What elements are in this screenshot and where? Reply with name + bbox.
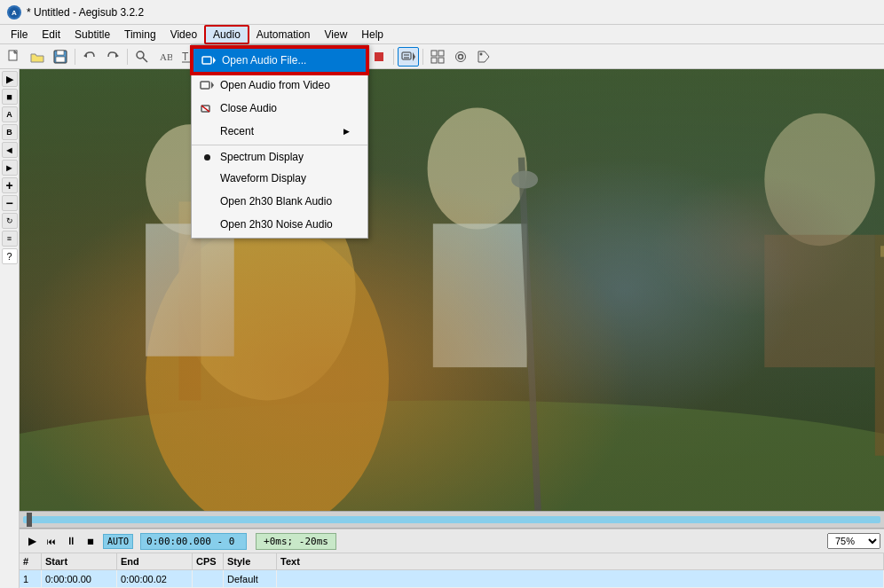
recent-label: Recent (220, 125, 254, 137)
audio-timeline[interactable] (20, 511, 884, 529)
menu-file[interactable]: File (4, 27, 35, 43)
svg-rect-35 (375, 52, 383, 61)
stop-btn[interactable] (368, 47, 390, 67)
menu-video[interactable]: Video (163, 27, 204, 43)
cell-cps (193, 570, 224, 587)
save-btn[interactable] (50, 47, 71, 67)
menu-edit[interactable]: Edit (35, 27, 67, 43)
stop-button[interactable]: ⏹ (82, 532, 99, 550)
open-blank-label: Open 2h30 Blank Audio (220, 195, 350, 208)
sep4 (393, 49, 394, 65)
menu-timing[interactable]: Timing (117, 27, 163, 43)
col-header-text: Text (277, 553, 884, 569)
svg-rect-41 (438, 51, 444, 56)
menu-audio[interactable]: Audio (204, 25, 249, 44)
play-prev-button[interactable]: ⏮ (43, 532, 60, 550)
cell-text (277, 570, 884, 587)
cell-style: Default (224, 570, 277, 587)
sidebar-question[interactable]: ? (2, 248, 18, 264)
svg-text:AB: AB (160, 51, 172, 62)
time-display: 0:00:00.000 - 0 (140, 533, 247, 550)
menu-item-close-audio[interactable]: Close Audio (192, 97, 367, 120)
close-audio-icon (199, 100, 215, 116)
svg-rect-12 (56, 57, 65, 62)
menu-item-open-audio-video[interactable]: Open Audio from Video (192, 74, 367, 97)
audio-dropdown: Open Audio File... Open Audio from Video… (191, 44, 368, 239)
undo-btn[interactable] (79, 47, 100, 67)
waveform-display-label: Waveform Display (220, 172, 350, 184)
menu-item-open-blank[interactable]: Open 2h30 Blank Audio (192, 190, 367, 213)
sidebar-stop[interactable]: ■ (2, 89, 18, 105)
table-row[interactable]: 1 0:00:00.00 0:00:00.02 Default (20, 570, 884, 588)
svg-marker-5 (211, 82, 214, 89)
blank-audio-spacer (199, 193, 215, 209)
tag-btn[interactable] (473, 47, 494, 67)
subtitles-header: # Start End CPS Style Text (20, 553, 884, 570)
sidebar-a[interactable]: A (2, 106, 18, 122)
timeline-handle[interactable] (27, 513, 32, 527)
video-area (20, 69, 884, 511)
time-offset: +0ms; -20ms (256, 533, 336, 550)
new-btn[interactable] (4, 47, 25, 67)
svg-rect-11 (57, 51, 64, 55)
sep1 (75, 49, 75, 65)
recent-icon (199, 123, 215, 139)
col-header-start: Start (42, 553, 117, 569)
play-button[interactable]: ▶ (23, 532, 41, 550)
sidebar-zoom-in[interactable]: + (2, 177, 18, 193)
menu-view[interactable]: View (318, 27, 355, 43)
sidebar-next[interactable]: ► (2, 160, 18, 176)
sidebar-prev[interactable]: ◄ (2, 142, 18, 158)
col-header-cps: CPS (193, 553, 224, 569)
sidebar-b[interactable]: B (2, 124, 18, 140)
menu-item-recent[interactable]: Recent ▶ (192, 120, 367, 143)
cell-end: 0:00:00.02 (117, 570, 193, 587)
svg-rect-42 (431, 58, 437, 63)
spectrum-display-label: Spectrum Display (220, 151, 350, 163)
menu-subtitle[interactable]: Subtitle (67, 27, 117, 43)
sidebar-play[interactable]: ▶ (2, 71, 18, 87)
col-header-style: Style (224, 553, 277, 569)
timeline-bar[interactable] (23, 516, 880, 523)
menu-item-spectrum-display[interactable]: Spectrum Display (192, 147, 367, 167)
menu-help[interactable]: Help (354, 27, 391, 43)
svg-text:T: T (182, 51, 189, 63)
close-audio-label: Close Audio (220, 102, 350, 114)
menu-item-open-noise[interactable]: Open 2h30 Noise Audio (192, 213, 367, 236)
grid-btn[interactable] (427, 47, 448, 67)
audio-file-toolbar-btn[interactable] (398, 47, 419, 67)
svg-marker-3 (213, 57, 216, 64)
sidebar-loop[interactable]: ↻ (2, 213, 18, 229)
find-btn[interactable] (131, 47, 153, 67)
loop-toggle[interactable]: AUTO (103, 534, 133, 549)
menu-item-waveform-display[interactable]: Waveform Display (192, 167, 367, 190)
col-header-end: End (117, 553, 193, 569)
audio-video-icon (199, 77, 215, 93)
separator-1 (192, 145, 367, 145)
sidebar-filter[interactable]: ≡ (2, 231, 18, 247)
sidebar-zoom-out[interactable]: − (2, 195, 18, 211)
pause-button[interactable]: ⏸ (62, 532, 80, 550)
redo-btn[interactable] (102, 47, 123, 67)
svg-marker-37 (413, 52, 415, 61)
waveform-spacer (199, 170, 215, 186)
audio-icon (201, 52, 217, 68)
menu-automation[interactable]: Automation (249, 27, 318, 43)
menu-item-open-audio-file[interactable]: Open Audio File... (192, 47, 367, 74)
recent-arrow: ▶ (343, 127, 350, 136)
svg-point-44 (459, 54, 463, 59)
playback-controls: ▶ ⏮ ⏸ ⏹ AUTO 0:00:00.000 - 0 +0ms; -20ms… (20, 529, 884, 553)
open-btn[interactable] (27, 47, 48, 67)
zoom-select[interactable]: 25% 50% 75% 100% 150% 200% (827, 533, 880, 549)
title-bar: A * Untitled - Aegisub 3.2.2 (0, 0, 884, 25)
noise-audio-spacer (199, 216, 215, 232)
open-audio-file-label: Open Audio File... (222, 54, 348, 67)
video-background (20, 69, 884, 511)
open-noise-label: Open 2h30 Noise Audio (220, 218, 350, 231)
svg-rect-43 (438, 58, 444, 63)
open-audio-video-label: Open Audio from Video (220, 79, 350, 91)
svg-line-7 (201, 106, 209, 112)
settings-btn[interactable] (450, 47, 471, 67)
spell-btn[interactable]: AB (154, 47, 176, 67)
spectrum-bullet (204, 154, 210, 161)
